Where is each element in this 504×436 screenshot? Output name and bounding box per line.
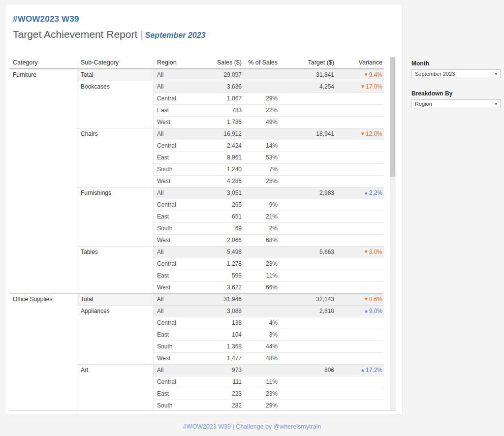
cell-pct-of-sales: 2% xyxy=(245,222,281,234)
table-row[interactable]: Central2659% xyxy=(9,199,384,211)
cell-sub-category xyxy=(77,281,153,293)
cell-sub-category xyxy=(77,270,153,281)
month-filter-select[interactable]: September 2023 ▾ xyxy=(411,69,501,78)
table-row[interactable]: West1,78649% xyxy=(9,116,384,128)
cell-sub-category xyxy=(77,93,153,104)
cell-sub-category: Chairs xyxy=(77,128,153,140)
cell-target: 5,663 xyxy=(281,246,338,258)
cell-region: Central xyxy=(153,93,197,104)
triangle-down-icon: ▼ xyxy=(364,296,369,302)
cell-target xyxy=(281,341,338,352)
table-row[interactable]: Central1,27823% xyxy=(9,258,384,270)
cell-pct-of-sales: 66% xyxy=(245,281,281,293)
cell-region: West xyxy=(153,175,197,187)
table-scrollbar[interactable] xyxy=(390,57,396,411)
cell-variance xyxy=(338,376,384,388)
variance-value: 2.2% xyxy=(369,189,382,196)
table-row[interactable]: South1,2407% xyxy=(9,163,384,175)
cell-region: All xyxy=(153,293,197,305)
cell-pct-of-sales: 9% xyxy=(245,199,281,211)
cell-region: South xyxy=(153,400,197,411)
cell-sub-category xyxy=(77,140,153,152)
table-row[interactable]: AppliancesAll3,0882,810▲9.0% xyxy=(9,305,384,317)
cell-region: Central xyxy=(153,317,197,329)
table-header-row: Category Sub-Category Region Sales ($) %… xyxy=(9,57,384,69)
table-row[interactable]: FurnitureTotalAll29,09731,841▼9.4% xyxy=(9,69,384,81)
cell-category xyxy=(9,388,77,400)
cell-sub-category xyxy=(77,376,153,388)
table-row[interactable]: East22323% xyxy=(9,388,384,400)
cell-region: South xyxy=(153,163,197,175)
cell-category xyxy=(9,234,77,246)
triangle-up-icon: ▲ xyxy=(364,190,369,195)
cell-sales: 265 xyxy=(197,199,245,211)
table-row[interactable]: BookcasesAll3,6364,254▼17.0% xyxy=(9,81,384,93)
cell-sub-category xyxy=(77,163,153,175)
table-row[interactable]: East1043% xyxy=(9,329,384,341)
cell-pct-of-sales: 53% xyxy=(245,152,281,163)
cell-target xyxy=(281,222,338,234)
cell-variance xyxy=(338,281,384,293)
cell-sales: 973 xyxy=(197,364,245,376)
cell-pct-of-sales xyxy=(245,187,281,199)
table-row[interactable]: Central1384% xyxy=(9,317,384,329)
table-row[interactable]: South28229% xyxy=(9,400,384,411)
table-row[interactable]: Central1,06729% xyxy=(9,93,384,104)
report-hashtag: #WOW2023 W39 xyxy=(13,14,402,24)
table-row[interactable]: West3,62266% xyxy=(9,281,384,293)
table-row[interactable]: East78322% xyxy=(9,104,384,116)
cell-sales: 2,424 xyxy=(197,140,245,152)
cell-target xyxy=(281,140,338,152)
filter-panel: Month September 2023 ▾ Breakdown By Regi… xyxy=(411,60,501,108)
table-row[interactable]: ChairsAll16,91218,941▼12.0% xyxy=(9,128,384,140)
table-row[interactable]: East59911% xyxy=(9,270,384,281)
cell-sub-category xyxy=(77,152,153,163)
table-row[interactable]: Office SuppliesTotalAll31,94632,143▼0.6% xyxy=(9,293,384,305)
cell-variance xyxy=(338,352,384,364)
table-row[interactable]: West4,28625% xyxy=(9,175,384,187)
cell-target xyxy=(281,388,338,400)
table-row[interactable]: East65121% xyxy=(9,211,384,222)
cell-target xyxy=(281,352,338,364)
cell-category xyxy=(9,211,77,222)
cell-category xyxy=(9,104,77,116)
cell-sales: 111 xyxy=(197,376,245,388)
cell-region: All xyxy=(153,364,197,376)
variance-value: 17.2% xyxy=(366,367,382,374)
column-header-pct-of-sales: % of Sales xyxy=(245,57,281,69)
cell-sales: 1,786 xyxy=(197,116,245,128)
table-row[interactable]: FurnishingsAll3,0512,983▲2.2% xyxy=(9,187,384,199)
table-row[interactable]: ArtAll973806▲17.2% xyxy=(9,364,384,376)
cell-category xyxy=(9,305,77,317)
cell-sales: 4,286 xyxy=(197,175,245,187)
table-row[interactable]: TablesAll5,4985,663▼3.0% xyxy=(9,246,384,258)
month-filter-group: Month September 2023 ▾ xyxy=(411,60,501,78)
cell-sales: 3,088 xyxy=(197,305,245,317)
cell-pct-of-sales: 11% xyxy=(245,270,281,281)
report-title: Target Achievement Report xyxy=(13,29,137,40)
breakdown-filter-select[interactable]: Region ▾ xyxy=(411,99,501,108)
month-filter-value: September 2023 xyxy=(415,71,455,77)
cell-target xyxy=(281,234,338,246)
cell-sales: 282 xyxy=(197,400,245,411)
cell-category xyxy=(9,199,77,211)
cell-region: All xyxy=(153,246,197,258)
triangle-down-icon: ▼ xyxy=(360,84,365,89)
scrollbar-thumb[interactable] xyxy=(390,57,395,177)
table-row[interactable]: West1,47748% xyxy=(9,352,384,364)
table-row[interactable]: Central2,42414% xyxy=(9,140,384,152)
cell-sub-category: Furnishings xyxy=(77,187,153,199)
footer-caption: #WOW2023 W39 | Challenge by @whereismytr… xyxy=(0,423,504,430)
cell-sales: 1,278 xyxy=(197,258,245,270)
table-row[interactable]: South1,36844% xyxy=(9,341,384,352)
table-row[interactable]: South692% xyxy=(9,222,384,234)
cell-sales: 5,498 xyxy=(197,246,245,258)
cell-target xyxy=(281,93,338,104)
cell-region: All xyxy=(153,81,197,93)
breakdown-filter-value: Region xyxy=(415,101,432,107)
variance-value: 9.0% xyxy=(369,308,382,314)
table-row[interactable]: West2,06668% xyxy=(9,234,384,246)
table-row[interactable]: Central11111% xyxy=(9,376,384,388)
chevron-down-icon: ▾ xyxy=(495,71,497,76)
table-row[interactable]: East8,96153% xyxy=(9,152,384,163)
